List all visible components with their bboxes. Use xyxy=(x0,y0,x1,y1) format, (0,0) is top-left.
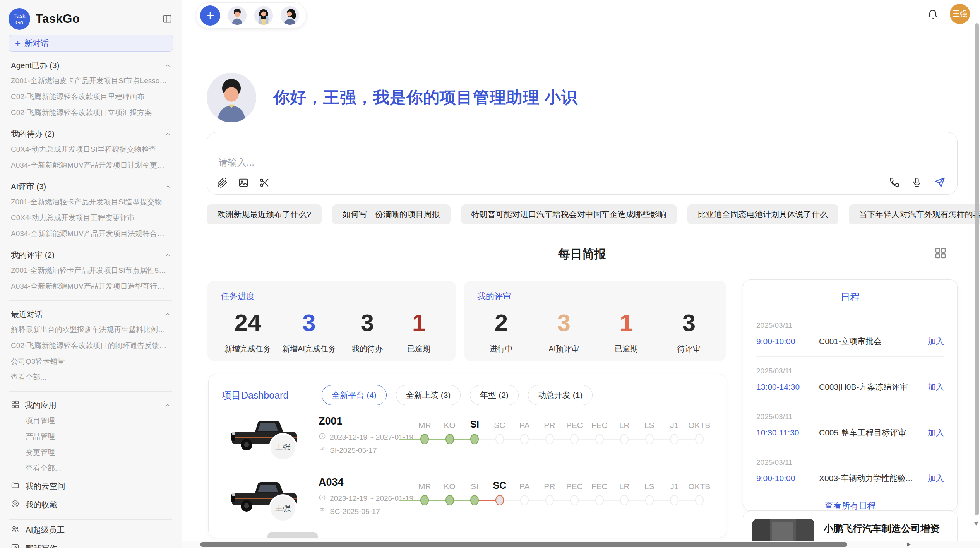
section-header-ai-review[interactable]: AI评审 (3) xyxy=(9,181,173,192)
conversation-item[interactable]: C02-飞腾新能源轻客改款项目的闭环通告反馈情况 xyxy=(9,337,173,353)
logo-text-line2: Go xyxy=(15,19,23,26)
conversation-item[interactable]: Z001-全新燃油轻卡产品开发项目SI节点属性5D文件评审 xyxy=(9,262,173,278)
section-header-recent[interactable]: 最近对话 xyxy=(9,308,173,320)
schedule-view-all-link[interactable]: 查看所有日程 xyxy=(743,500,957,512)
agent-avatar-3[interactable] xyxy=(281,6,299,25)
new-chat-button[interactable]: + 新对话 xyxy=(9,35,173,52)
milestone: SC xyxy=(487,478,512,531)
notification-bell-icon[interactable] xyxy=(927,8,939,20)
conversation-item[interactable]: A034-全新新能源MUV产品开发项目计划变更表编写 xyxy=(9,157,173,173)
join-link[interactable]: 加入 xyxy=(928,473,944,484)
milestone-label: J1 xyxy=(670,417,678,430)
stat: 1 已逾期 xyxy=(606,310,646,354)
filter-chip[interactable]: 全新平台 (4) xyxy=(322,385,387,405)
scroll-right-arrow-icon[interactable] xyxy=(907,542,911,547)
user-name: 王强 xyxy=(953,9,967,19)
milestone-dot xyxy=(520,495,529,505)
section-header-my-review[interactable]: 我的评审 (2) xyxy=(9,249,173,261)
project-row[interactable]: 王强 Z001 2023-12-19 ~ 2027-01-19 xyxy=(222,411,720,469)
sidebar-item-favorites[interactable]: 我的收藏 xyxy=(9,496,173,513)
app-item[interactable]: 产品管理 xyxy=(9,428,173,444)
conversation-item[interactable]: C0X4-动力总成开发项目SI里程碑提交物检查 xyxy=(9,141,173,157)
conversation-item[interactable]: Z001-全新燃油轻卡产品开发项目SI造型提交物评审 xyxy=(9,194,173,210)
agent-avatar-2[interactable] xyxy=(254,6,273,25)
conversation-item[interactable]: 解释最新出台的欧盟报废车法规再生塑料比例被调至15%... xyxy=(9,322,173,337)
section-list: Z001-全新燃油皮卡产品开发项目SI节点Lesson Learn报告C02-飞… xyxy=(9,73,173,120)
conversation-item[interactable]: C0X4-动力总成开发项目工程变更评审 xyxy=(9,210,173,226)
suggestion-chip[interactable]: 当下年轻人对汽车外观有怎样的喜好趋势 xyxy=(849,204,980,224)
scroll-down-arrow-icon[interactable] xyxy=(974,522,978,526)
conversation-item[interactable]: A034-全新新能源MUV产品开发项目法规符合性评审 xyxy=(9,226,173,241)
suggestion-chip[interactable]: 如何写一份清晰的项目周报 xyxy=(332,204,451,224)
owner-name: 王强 xyxy=(275,503,291,514)
vertical-scrollbar-thumb[interactable] xyxy=(975,23,979,515)
sidebar-item-ai-staff[interactable]: AI超级员工 xyxy=(9,521,173,538)
message-composer[interactable]: 请输入... xyxy=(207,132,958,195)
section-header-my-apps[interactable]: 我的应用 xyxy=(9,399,173,411)
user-avatar[interactable]: 王强 xyxy=(950,4,970,24)
milestone-label: MR xyxy=(418,478,431,491)
agent-avatar-1[interactable] xyxy=(228,6,247,25)
sidebar-collapse-icon[interactable] xyxy=(161,13,173,25)
phone-icon[interactable] xyxy=(889,177,900,188)
project-dates: 2023-12-19 ~ 2027-01-19 xyxy=(319,433,412,442)
sidebar-item-help-write[interactable]: 帮我写作 xyxy=(9,540,173,548)
sidebar-item-cloud-space[interactable]: 我的云空间 xyxy=(9,478,173,495)
horizontal-scrollbar-thumb[interactable] xyxy=(200,542,847,547)
image-icon[interactable] xyxy=(238,177,249,188)
milestone-label: SI xyxy=(470,417,479,430)
add-agent-button[interactable]: + xyxy=(200,5,220,26)
milestone-dot xyxy=(420,495,429,505)
layout-grid-icon[interactable] xyxy=(934,246,947,262)
schedule-item[interactable]: 2025/03/11 10:30-11:30 C005-整车工程目标评审 加入 xyxy=(743,402,957,448)
section-header-my-todo[interactable]: 我的待办 (2) xyxy=(9,128,173,140)
section-my-review: 我的评审 (2) Z001-全新燃油轻卡产品开发项目SI节点属性5D文件评审A0… xyxy=(9,249,173,294)
logo-row: Task Go TaskGo xyxy=(9,8,173,30)
recent-view-all-link[interactable]: 查看全部... xyxy=(9,369,173,385)
milestone-dot xyxy=(495,434,504,444)
attachment-icon[interactable] xyxy=(217,177,228,188)
card-title: 任务进度 xyxy=(221,291,443,302)
milestone-dot xyxy=(470,434,479,444)
scissors-icon[interactable] xyxy=(259,177,270,188)
suggestion-chip[interactable]: 欧洲新规最近颁布了什么? xyxy=(207,204,322,224)
join-link[interactable]: 加入 xyxy=(928,336,944,347)
conversation-item[interactable]: C02-飞腾新能源轻客改款项目立项汇报方案 xyxy=(9,104,173,120)
people-icon xyxy=(11,525,19,535)
milestone: SC xyxy=(487,417,512,469)
milestone: OKTB xyxy=(687,478,712,531)
project-vehicle-image: 王强 xyxy=(222,411,319,466)
conversation-item[interactable]: C02-飞腾新能源轻客改款项目里程碑画布 xyxy=(9,89,173,104)
filter-chip[interactable]: 全新上装 (3) xyxy=(396,385,461,405)
conversation-item[interactable]: 公司Q3轻卡销量 xyxy=(9,353,173,369)
schedule-item[interactable]: 2025/03/11 9:00-10:00 X003-车辆动力学性能验... 加… xyxy=(743,448,957,494)
milestone-dot xyxy=(595,434,604,444)
milestone: PEC xyxy=(562,478,587,531)
conversation-item[interactable]: Z001-全新燃油皮卡产品开发项目SI节点Lesson Learn报告 xyxy=(9,73,173,89)
send-icon[interactable] xyxy=(934,176,946,188)
dashboard-title: 项目Dashboard xyxy=(222,389,288,402)
filter-chip[interactable]: 动总开发 (1) xyxy=(528,385,593,405)
join-link[interactable]: 加入 xyxy=(928,382,944,392)
milestone: LS xyxy=(637,417,662,469)
app-item[interactable]: 项目管理 xyxy=(9,413,173,428)
chevron-up-icon xyxy=(165,312,171,317)
cloud-space-label: 我的云空间 xyxy=(26,481,65,491)
project-row[interactable]: 王强 A034 2023-12-19 ~ 2026-01-19 xyxy=(222,473,720,531)
project-owner-badge: 王强 xyxy=(269,494,297,522)
milestone-label: PA xyxy=(519,478,529,491)
conversation-item[interactable]: A034-全新新能源MUV产品开发项目造型可行性评审 xyxy=(9,278,173,294)
filter-chip[interactable]: 年型 (2) xyxy=(470,385,519,405)
schedule-item[interactable]: 2025/03/11 13:00-14:30 C003|H0B-方案冻结评审 加… xyxy=(743,357,957,402)
microphone-icon[interactable] xyxy=(911,177,922,188)
schedule-item[interactable]: 2025/03/11 9:00-10:00 C001-立项审批会 加入 xyxy=(743,311,957,357)
milestone-label: PR xyxy=(544,478,555,491)
app-item[interactable]: 变更管理 xyxy=(9,444,173,460)
suggestion-chip[interactable]: 特朗普可能对进口汽车增税会对中国车企造成哪些影响 xyxy=(461,204,677,224)
milestone: PEC xyxy=(562,417,587,469)
apps-view-all-link[interactable]: 查看全部... xyxy=(9,460,173,476)
section-header-agent-done[interactable]: Agent已办 (3) xyxy=(9,60,173,71)
suggestion-chip[interactable]: 比亚迪全固态电池计划具体说了什么 xyxy=(687,204,838,224)
milestone-label: MR xyxy=(418,417,431,430)
join-link[interactable]: 加入 xyxy=(928,427,944,438)
